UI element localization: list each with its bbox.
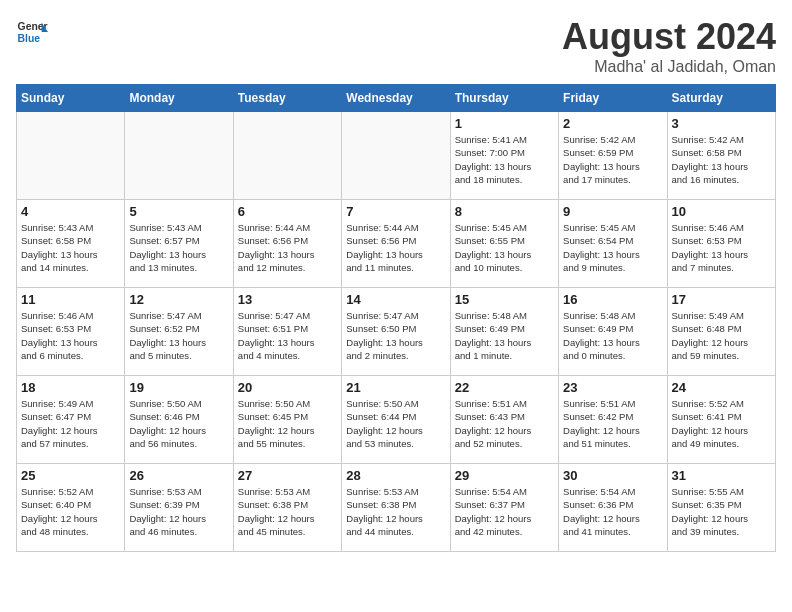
day-number: 3 — [672, 116, 771, 131]
day-number: 1 — [455, 116, 554, 131]
calendar-cell: 14Sunrise: 5:47 AM Sunset: 6:50 PM Dayli… — [342, 288, 450, 376]
day-number: 30 — [563, 468, 662, 483]
calendar-cell: 25Sunrise: 5:52 AM Sunset: 6:40 PM Dayli… — [17, 464, 125, 552]
calendar-cell: 2Sunrise: 5:42 AM Sunset: 6:59 PM Daylig… — [559, 112, 667, 200]
calendar-cell: 8Sunrise: 5:45 AM Sunset: 6:55 PM Daylig… — [450, 200, 558, 288]
day-number: 9 — [563, 204, 662, 219]
day-number: 27 — [238, 468, 337, 483]
svg-text:Blue: Blue — [18, 33, 41, 44]
day-number: 13 — [238, 292, 337, 307]
day-info: Sunrise: 5:50 AM Sunset: 6:44 PM Dayligh… — [346, 397, 445, 450]
calendar-cell: 13Sunrise: 5:47 AM Sunset: 6:51 PM Dayli… — [233, 288, 341, 376]
day-info: Sunrise: 5:49 AM Sunset: 6:47 PM Dayligh… — [21, 397, 120, 450]
day-number: 7 — [346, 204, 445, 219]
calendar-cell — [125, 112, 233, 200]
day-number: 16 — [563, 292, 662, 307]
day-number: 14 — [346, 292, 445, 307]
day-number: 23 — [563, 380, 662, 395]
day-info: Sunrise: 5:48 AM Sunset: 6:49 PM Dayligh… — [563, 309, 662, 362]
weekday-header-monday: Monday — [125, 85, 233, 112]
day-info: Sunrise: 5:46 AM Sunset: 6:53 PM Dayligh… — [21, 309, 120, 362]
calendar-cell: 9Sunrise: 5:45 AM Sunset: 6:54 PM Daylig… — [559, 200, 667, 288]
calendar-cell: 1Sunrise: 5:41 AM Sunset: 7:00 PM Daylig… — [450, 112, 558, 200]
day-info: Sunrise: 5:53 AM Sunset: 6:38 PM Dayligh… — [346, 485, 445, 538]
day-info: Sunrise: 5:44 AM Sunset: 6:56 PM Dayligh… — [238, 221, 337, 274]
day-number: 5 — [129, 204, 228, 219]
day-number: 8 — [455, 204, 554, 219]
calendar-cell — [233, 112, 341, 200]
day-number: 15 — [455, 292, 554, 307]
logo-icon: General Blue — [16, 16, 48, 48]
weekday-header-thursday: Thursday — [450, 85, 558, 112]
weekday-header-sunday: Sunday — [17, 85, 125, 112]
day-info: Sunrise: 5:47 AM Sunset: 6:51 PM Dayligh… — [238, 309, 337, 362]
calendar-cell: 17Sunrise: 5:49 AM Sunset: 6:48 PM Dayli… — [667, 288, 775, 376]
calendar-cell: 26Sunrise: 5:53 AM Sunset: 6:39 PM Dayli… — [125, 464, 233, 552]
day-info: Sunrise: 5:50 AM Sunset: 6:45 PM Dayligh… — [238, 397, 337, 450]
day-number: 11 — [21, 292, 120, 307]
calendar-cell: 16Sunrise: 5:48 AM Sunset: 6:49 PM Dayli… — [559, 288, 667, 376]
day-info: Sunrise: 5:43 AM Sunset: 6:58 PM Dayligh… — [21, 221, 120, 274]
weekday-header-friday: Friday — [559, 85, 667, 112]
week-row-1: 1Sunrise: 5:41 AM Sunset: 7:00 PM Daylig… — [17, 112, 776, 200]
week-row-2: 4Sunrise: 5:43 AM Sunset: 6:58 PM Daylig… — [17, 200, 776, 288]
logo: General Blue — [16, 16, 48, 48]
day-info: Sunrise: 5:48 AM Sunset: 6:49 PM Dayligh… — [455, 309, 554, 362]
day-number: 12 — [129, 292, 228, 307]
calendar-cell: 19Sunrise: 5:50 AM Sunset: 6:46 PM Dayli… — [125, 376, 233, 464]
day-info: Sunrise: 5:53 AM Sunset: 6:39 PM Dayligh… — [129, 485, 228, 538]
week-row-5: 25Sunrise: 5:52 AM Sunset: 6:40 PM Dayli… — [17, 464, 776, 552]
calendar-cell: 22Sunrise: 5:51 AM Sunset: 6:43 PM Dayli… — [450, 376, 558, 464]
calendar-cell: 21Sunrise: 5:50 AM Sunset: 6:44 PM Dayli… — [342, 376, 450, 464]
day-number: 28 — [346, 468, 445, 483]
calendar-cell: 30Sunrise: 5:54 AM Sunset: 6:36 PM Dayli… — [559, 464, 667, 552]
calendar-cell: 24Sunrise: 5:52 AM Sunset: 6:41 PM Dayli… — [667, 376, 775, 464]
weekday-header-row: SundayMondayTuesdayWednesdayThursdayFrid… — [17, 85, 776, 112]
calendar-cell: 27Sunrise: 5:53 AM Sunset: 6:38 PM Dayli… — [233, 464, 341, 552]
day-info: Sunrise: 5:43 AM Sunset: 6:57 PM Dayligh… — [129, 221, 228, 274]
calendar-cell: 7Sunrise: 5:44 AM Sunset: 6:56 PM Daylig… — [342, 200, 450, 288]
calendar-title: August 2024 — [562, 16, 776, 58]
calendar-cell — [342, 112, 450, 200]
day-number: 10 — [672, 204, 771, 219]
calendar-cell: 28Sunrise: 5:53 AM Sunset: 6:38 PM Dayli… — [342, 464, 450, 552]
calendar-cell: 15Sunrise: 5:48 AM Sunset: 6:49 PM Dayli… — [450, 288, 558, 376]
day-info: Sunrise: 5:52 AM Sunset: 6:40 PM Dayligh… — [21, 485, 120, 538]
day-number: 26 — [129, 468, 228, 483]
day-info: Sunrise: 5:54 AM Sunset: 6:36 PM Dayligh… — [563, 485, 662, 538]
calendar-subtitle: Madha' al Jadidah, Oman — [562, 58, 776, 76]
day-info: Sunrise: 5:51 AM Sunset: 6:42 PM Dayligh… — [563, 397, 662, 450]
day-info: Sunrise: 5:42 AM Sunset: 6:59 PM Dayligh… — [563, 133, 662, 186]
day-number: 31 — [672, 468, 771, 483]
calendar-cell: 10Sunrise: 5:46 AM Sunset: 6:53 PM Dayli… — [667, 200, 775, 288]
day-info: Sunrise: 5:47 AM Sunset: 6:50 PM Dayligh… — [346, 309, 445, 362]
calendar-cell: 23Sunrise: 5:51 AM Sunset: 6:42 PM Dayli… — [559, 376, 667, 464]
week-row-4: 18Sunrise: 5:49 AM Sunset: 6:47 PM Dayli… — [17, 376, 776, 464]
day-info: Sunrise: 5:44 AM Sunset: 6:56 PM Dayligh… — [346, 221, 445, 274]
day-number: 29 — [455, 468, 554, 483]
weekday-header-saturday: Saturday — [667, 85, 775, 112]
calendar-cell: 29Sunrise: 5:54 AM Sunset: 6:37 PM Dayli… — [450, 464, 558, 552]
day-number: 6 — [238, 204, 337, 219]
calendar-table: SundayMondayTuesdayWednesdayThursdayFrid… — [16, 84, 776, 552]
calendar-cell: 31Sunrise: 5:55 AM Sunset: 6:35 PM Dayli… — [667, 464, 775, 552]
calendar-cell: 12Sunrise: 5:47 AM Sunset: 6:52 PM Dayli… — [125, 288, 233, 376]
calendar-cell: 3Sunrise: 5:42 AM Sunset: 6:58 PM Daylig… — [667, 112, 775, 200]
day-number: 24 — [672, 380, 771, 395]
day-info: Sunrise: 5:54 AM Sunset: 6:37 PM Dayligh… — [455, 485, 554, 538]
day-number: 22 — [455, 380, 554, 395]
weekday-header-tuesday: Tuesday — [233, 85, 341, 112]
title-area: August 2024 Madha' al Jadidah, Oman — [562, 16, 776, 76]
day-number: 4 — [21, 204, 120, 219]
calendar-cell: 5Sunrise: 5:43 AM Sunset: 6:57 PM Daylig… — [125, 200, 233, 288]
calendar-cell: 4Sunrise: 5:43 AM Sunset: 6:58 PM Daylig… — [17, 200, 125, 288]
day-info: Sunrise: 5:45 AM Sunset: 6:55 PM Dayligh… — [455, 221, 554, 274]
day-info: Sunrise: 5:49 AM Sunset: 6:48 PM Dayligh… — [672, 309, 771, 362]
day-number: 25 — [21, 468, 120, 483]
day-info: Sunrise: 5:45 AM Sunset: 6:54 PM Dayligh… — [563, 221, 662, 274]
day-info: Sunrise: 5:41 AM Sunset: 7:00 PM Dayligh… — [455, 133, 554, 186]
week-row-3: 11Sunrise: 5:46 AM Sunset: 6:53 PM Dayli… — [17, 288, 776, 376]
calendar-cell: 18Sunrise: 5:49 AM Sunset: 6:47 PM Dayli… — [17, 376, 125, 464]
day-info: Sunrise: 5:53 AM Sunset: 6:38 PM Dayligh… — [238, 485, 337, 538]
calendar-cell: 6Sunrise: 5:44 AM Sunset: 6:56 PM Daylig… — [233, 200, 341, 288]
